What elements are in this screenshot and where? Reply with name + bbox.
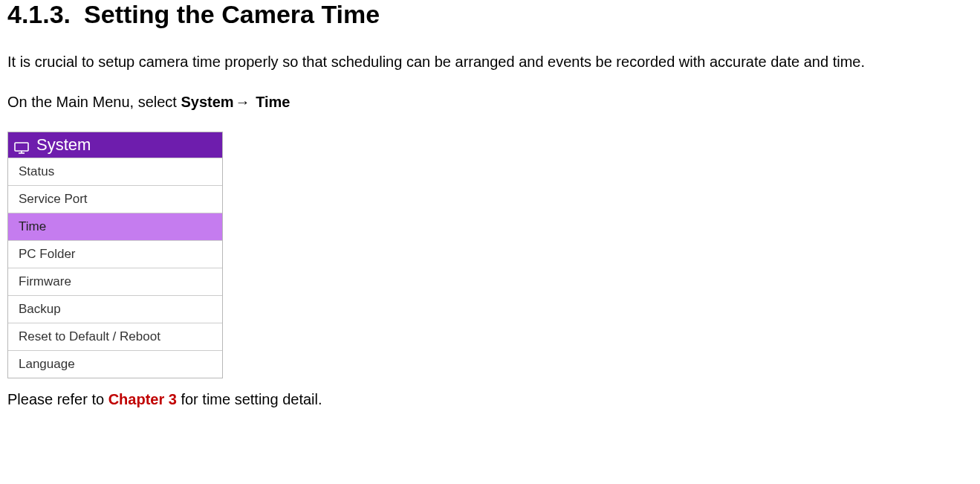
section-title: Setting the Camera Time xyxy=(84,0,380,28)
menu-title: System xyxy=(36,135,91,155)
navigation-instruction: On the Main Menu, select System→ Time xyxy=(7,91,973,112)
section-number: 4.1.3. xyxy=(7,0,71,29)
arrow-icon: → xyxy=(236,94,250,110)
menu-item-pc-folder[interactable]: PC Folder xyxy=(8,240,222,268)
intro-paragraph: It is crucial to setup camera time prope… xyxy=(7,51,973,72)
svg-rect-0 xyxy=(15,143,28,151)
nav-system: System xyxy=(181,94,233,110)
footer-prefix: Please refer to xyxy=(7,391,108,407)
footer-suffix: for time setting detail. xyxy=(177,391,322,407)
section-heading: 4.1.3.Setting the Camera Time xyxy=(7,0,973,29)
monitor-icon xyxy=(14,139,29,151)
menu-item-language[interactable]: Language xyxy=(8,350,222,378)
nav-time: Time xyxy=(256,94,290,110)
menu-header[interactable]: System xyxy=(8,132,222,158)
system-menu: System StatusService PortTimePC FolderFi… xyxy=(7,132,223,378)
menu-item-time[interactable]: Time xyxy=(8,213,222,240)
footer-note: Please refer to Chapter 3 for time setti… xyxy=(7,389,973,410)
menu-item-firmware[interactable]: Firmware xyxy=(8,268,222,295)
footer-chapter-ref: Chapter 3 xyxy=(108,391,177,407)
menu-items-container: StatusService PortTimePC FolderFirmwareB… xyxy=(8,158,222,378)
nav-prefix: On the Main Menu, select xyxy=(7,94,181,110)
menu-item-reset-to-default-reboot[interactable]: Reset to Default / Reboot xyxy=(8,323,222,350)
menu-item-backup[interactable]: Backup xyxy=(8,295,222,323)
menu-item-status[interactable]: Status xyxy=(8,158,222,185)
menu-item-service-port[interactable]: Service Port xyxy=(8,185,222,213)
